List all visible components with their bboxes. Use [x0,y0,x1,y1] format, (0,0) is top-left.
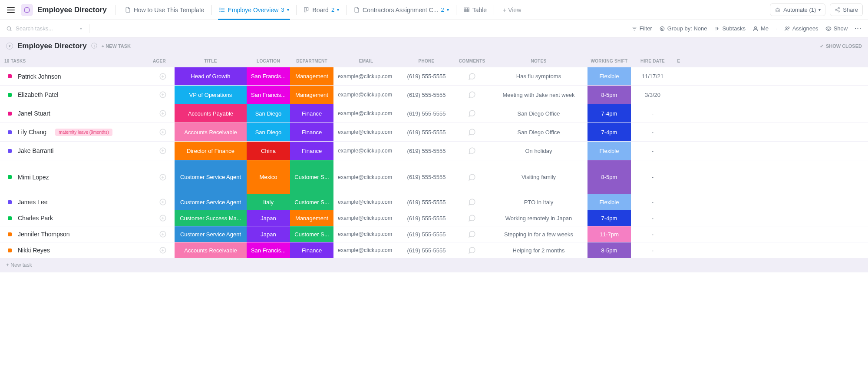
col-shift[interactable]: WORKING SHIFT [587,59,631,63]
task-name[interactable]: Jake Barranti [18,147,53,154]
cell-phone[interactable]: (619) 555-5555 [399,210,454,226]
cell-notes[interactable]: Helping for 2 months [490,242,587,258]
cell-shift[interactable]: 7-4pm [587,123,631,141]
cell-title[interactable]: Customer Service Agent [175,160,247,194]
add-subtask-icon[interactable] [159,198,167,206]
filter-button[interactable]: Filter [631,25,652,32]
cell-shift[interactable]: Flexible [587,67,631,85]
cell-comments[interactable] [454,242,490,258]
cell-phone[interactable]: (619) 555-5555 [399,123,454,141]
cell-title[interactable]: Director of Finance [175,142,247,160]
status-dot[interactable] [8,112,12,116]
comment-icon[interactable] [468,173,476,181]
cell-hire[interactable]: - [631,123,674,141]
cell-notes[interactable]: Stepping in for a few weeks [490,226,587,242]
table-row[interactable]: Elizabeth PatelVP of OperationsSan Franc… [0,86,868,104]
cell-shift[interactable]: Flexible [587,194,631,210]
cell-shift[interactable]: 7-4pm [587,210,631,226]
comment-icon[interactable] [468,230,476,238]
cell-shift[interactable]: Flexible [587,142,631,160]
cell-title[interactable]: Customer Service Agent [175,226,247,242]
status-dot[interactable] [8,175,12,179]
status-dot[interactable] [8,216,12,220]
col-hire[interactable]: HIRE DATE [631,59,674,63]
add-subtask-icon[interactable] [159,230,167,238]
task-name[interactable]: Charles Park [18,215,53,222]
cell-title[interactable]: Accounts Receivable [175,123,247,141]
task-name[interactable]: Elizabeth Patel [18,91,58,98]
automate-button[interactable]: Automate (1) ▾ [770,3,825,16]
list-title[interactable]: Employee Directory [17,42,87,50]
col-comments[interactable]: COMMENTS [454,59,490,63]
cell-hire[interactable]: - [631,194,674,210]
cell-comments[interactable] [454,194,490,210]
cell-location[interactable]: China [247,142,290,160]
cell-hire[interactable]: - [631,160,674,194]
chevron-down-icon[interactable]: ▾ [337,7,339,12]
cell-shift[interactable]: 11-7pm [587,226,631,242]
col-phone[interactable]: PHONE [399,59,454,63]
cell-title[interactable]: Customer Service Agent [175,194,247,210]
cell-comments[interactable] [454,104,490,123]
share-button[interactable]: Share [830,3,863,16]
cell-email[interactable]: example@clickup.com [333,210,399,226]
col-manager[interactable]: AGER [153,59,166,63]
cell-phone[interactable]: (619) 555-5555 [399,160,454,194]
add-subtask-icon[interactable] [159,147,167,155]
cell-shift[interactable]: 7-4pm [587,104,631,123]
task-name[interactable]: James Lee [18,199,47,205]
cell-hire[interactable]: 11/17/21 [631,67,674,85]
workspace-title[interactable]: Employee Directory [37,6,107,14]
menu-icon[interactable] [5,4,17,16]
add-subtask-icon[interactable] [159,73,167,80]
cell-comments[interactable] [454,160,490,194]
cell-title[interactable]: Accounts Payable [175,104,247,123]
col-extra[interactable]: E [674,59,683,63]
cell-title[interactable]: Accounts Receivable [175,242,247,258]
table-row[interactable]: James LeeCustomer Service AgentItalyCust… [0,194,868,210]
cell-department[interactable]: Finance [290,142,333,160]
cell-hire[interactable]: - [631,226,674,242]
col-title[interactable]: TITLE [175,59,247,63]
cell-notes[interactable]: On holiday [490,142,587,160]
cell-hire[interactable]: 3/3/20 [631,86,674,104]
collapse-icon[interactable]: ▾ [6,43,13,50]
view-tab-2[interactable]: Board2▾ [299,0,344,20]
cell-email[interactable]: example@clickup.com [333,226,399,242]
cell-notes[interactable]: Working remotely in Japan [490,210,587,226]
cell-notes[interactable]: San Diego Office [490,123,587,141]
view-tab-4[interactable]: Table [459,0,491,20]
status-dot[interactable] [8,130,12,134]
task-name[interactable]: Janel Stuart [18,110,50,117]
cell-department[interactable]: Finance [290,123,333,141]
cell-location[interactable]: San Francis... [247,86,290,104]
table-row[interactable]: Jennifer ThompsonCustomer Service AgentJ… [0,226,868,242]
cell-department[interactable]: Management [290,67,333,85]
col-location[interactable]: LOCATION [247,59,290,63]
cell-hire[interactable]: - [631,104,674,123]
cell-title[interactable]: Customer Success Ma... [175,210,247,226]
cell-phone[interactable]: (619) 555-5555 [399,226,454,242]
comment-icon[interactable] [468,91,476,99]
cell-shift[interactable]: 8-5pm [587,86,631,104]
cell-email[interactable]: example@clickup.com [333,86,399,104]
status-dot[interactable] [8,149,12,153]
task-name[interactable]: Mimi Lopez [18,174,49,181]
show-closed-button[interactable]: ✓ SHOW CLOSED [820,43,862,49]
add-subtask-icon[interactable] [159,214,167,222]
cell-email[interactable]: example@clickup.com [333,104,399,123]
chevron-down-icon[interactable]: ▾ [447,7,449,12]
cell-phone[interactable]: (619) 555-5555 [399,67,454,85]
add-subtask-icon[interactable] [159,109,167,117]
table-row[interactable]: Janel StuartAccounts PayableSan DiegoFin… [0,104,868,123]
comment-icon[interactable] [468,147,476,155]
add-subtask-icon[interactable] [159,246,167,254]
table-row[interactable]: Mimi LopezCustomer Service AgentMexicoCu… [0,160,868,194]
status-dot[interactable] [8,248,12,252]
cell-department[interactable]: Finance [290,242,333,258]
comment-icon[interactable] [468,128,476,136]
task-name[interactable]: Lily Chang [18,129,46,136]
cell-phone[interactable]: (619) 555-5555 [399,194,454,210]
cell-notes[interactable]: Visiting family [490,160,587,194]
cell-comments[interactable] [454,86,490,104]
